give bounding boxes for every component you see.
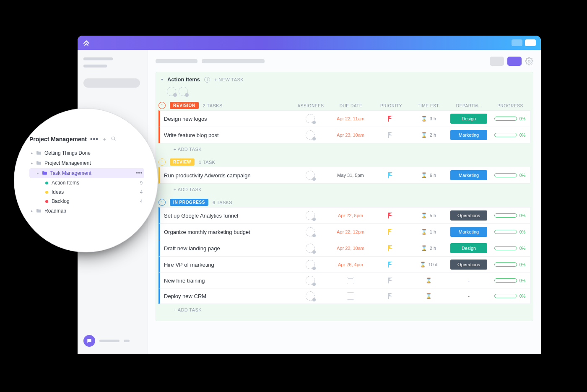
department-tag[interactable]: Design (450, 114, 487, 124)
department-tag[interactable]: Marketing (450, 130, 487, 140)
collapse-group-button[interactable]: ˅ (158, 102, 166, 109)
department-tag[interactable]: Design (450, 243, 487, 253)
time-estimate[interactable]: ⌛6 h (411, 172, 446, 178)
assignee-filter-icon[interactable] (179, 87, 188, 96)
time-estimate[interactable]: ⌛5 h (411, 213, 446, 218)
add-task-button[interactable]: + ADD TASK (158, 143, 530, 153)
task-row[interactable]: Write feature blog postApr 23, 10am⌛2 hM… (158, 127, 530, 143)
due-date[interactable]: May 31, 5pm (337, 173, 364, 178)
task-count: 6 TASKS (213, 200, 232, 205)
time-estimate[interactable]: ⌛ (411, 278, 446, 283)
time-estimate[interactable]: ⌛ (411, 293, 446, 299)
task-row[interactable]: New hire training⌛-0% (158, 273, 530, 288)
department-tag[interactable]: - (468, 293, 470, 299)
due-date[interactable]: Apr 22, 10am (337, 246, 364, 251)
task-row[interactable]: Draft new landing pageApr 22, 10am⌛2 hDe… (158, 240, 530, 257)
sidebar-folder[interactable]: ▸Project Management (29, 158, 144, 168)
calendar-icon[interactable] (347, 292, 354, 300)
due-date[interactable]: Apr 22, 5pm (338, 213, 363, 218)
department-tag[interactable]: Marketing (450, 170, 487, 180)
priority-filter-icon[interactable] (167, 87, 176, 96)
assignee-avatar[interactable] (306, 244, 315, 253)
toolbar-button[interactable] (507, 57, 522, 66)
assignee-avatar[interactable] (306, 171, 315, 180)
due-date[interactable]: Apr 22, 12pm (337, 229, 364, 234)
due-date[interactable]: Apr 23, 10am (337, 132, 364, 138)
titlebar-button[interactable] (525, 39, 536, 46)
hourglass-icon[interactable]: ⌛ (426, 293, 432, 299)
task-name: Set up Google Analytics funnel (164, 213, 290, 219)
due-date[interactable]: Apr 26, 4pm (338, 262, 363, 267)
sidebar-folder[interactable]: ▸Task Management••• (29, 168, 144, 178)
time-estimate[interactable]: ⌛10 d (411, 262, 446, 267)
priority-flag-icon[interactable] (388, 262, 393, 267)
assignee-avatar[interactable] (306, 291, 315, 301)
department-tag[interactable]: Operations (450, 210, 487, 221)
hourglass-icon[interactable]: ⌛ (426, 278, 432, 283)
progress: 0% (491, 173, 528, 178)
task-row[interactable]: Organize monthly marketing budgetApr 22,… (158, 223, 530, 240)
task-row[interactable]: Hire VP of marketingApr 26, 4pm⌛10 dOper… (158, 256, 530, 273)
department-tag[interactable]: - (468, 278, 470, 284)
priority-flag-icon[interactable] (388, 132, 393, 138)
task-row[interactable]: Deploy new CRM⌛-0% (158, 288, 530, 304)
time-estimate[interactable]: ⌛2 h (411, 245, 446, 251)
toolbar-button[interactable] (490, 57, 504, 66)
priority-flag-icon[interactable] (388, 229, 393, 235)
task-row[interactable]: Run productivity Adwords campaignMay 31,… (158, 167, 530, 184)
priority-flag-icon[interactable] (388, 245, 393, 251)
assignee-avatar[interactable] (306, 114, 315, 123)
time-estimate[interactable]: ⌛2 h (411, 132, 446, 138)
sidebar-folder[interactable]: ▸Getting Things Done (29, 148, 144, 158)
progress: 0% (491, 262, 528, 267)
department-tag[interactable]: Marketing (450, 227, 487, 237)
assignee-avatar[interactable] (306, 211, 315, 220)
department-tag[interactable]: Operations (450, 260, 487, 270)
list-label: Action Items (52, 180, 79, 186)
calendar-icon[interactable] (347, 277, 354, 284)
sidebar-list[interactable]: Ideas4 (29, 187, 144, 197)
due-date[interactable]: Apr 22, 11am (337, 116, 364, 121)
more-icon[interactable]: ••• (90, 135, 99, 143)
task-row[interactable]: Set up Google Analytics funnelApr 22, 5p… (158, 207, 530, 224)
add-task-button[interactable]: + ADD TASK (158, 304, 530, 314)
folder-icon (36, 161, 42, 166)
status-badge[interactable]: IN PROGRESS (170, 199, 208, 206)
assignee-avatar[interactable] (306, 130, 315, 140)
assignee-avatar[interactable] (306, 227, 315, 236)
status-badge[interactable]: REVISION (170, 102, 199, 109)
chat-button[interactable] (83, 335, 95, 347)
sidebar-folder[interactable]: ▸Roadmap (29, 206, 144, 216)
more-icon[interactable]: ••• (136, 170, 143, 176)
new-task-button[interactable]: + NEW TASK (214, 77, 244, 82)
hourglass-icon: ⌛ (421, 172, 427, 178)
priority-flag-icon[interactable] (388, 172, 393, 178)
sidebar-list[interactable]: Backlog4 (29, 197, 144, 206)
time-estimate[interactable]: ⌛1 h (411, 229, 446, 235)
collapse-group-button[interactable]: ˅ (158, 158, 166, 166)
gear-icon[interactable] (525, 57, 533, 65)
assignee-avatar[interactable] (306, 276, 315, 285)
progress: 0% (491, 246, 528, 251)
status-badge[interactable]: REVIEW (170, 158, 195, 166)
priority-flag-icon[interactable] (388, 278, 393, 283)
collapse-group-button[interactable]: ˅ (158, 199, 166, 206)
task-name: Organize monthly marketing budget (164, 229, 290, 235)
priority-flag-icon[interactable] (388, 293, 393, 299)
sidebar-list[interactable]: Action Items9 (29, 178, 144, 187)
assignee-avatar[interactable] (306, 260, 315, 269)
toolbar (156, 57, 533, 66)
search-input[interactable] (83, 78, 140, 88)
priority-flag-icon[interactable] (388, 213, 393, 218)
add-task-button[interactable]: + ADD TASK (158, 184, 530, 194)
titlebar-button[interactable] (512, 39, 522, 46)
plus-icon[interactable]: ＋ (102, 135, 107, 143)
priority-flag-icon[interactable] (388, 116, 393, 122)
time-estimate[interactable]: ⌛3 h (411, 116, 446, 122)
chevron-down-icon[interactable]: ▾ (161, 77, 163, 82)
task-row[interactable]: Design new logosApr 22, 11am⌛3 hDesign0% (158, 110, 530, 127)
hourglass-icon: ⌛ (421, 132, 427, 138)
info-icon[interactable]: i (204, 77, 210, 83)
list-color-icon (45, 200, 48, 203)
search-icon[interactable] (111, 136, 116, 143)
